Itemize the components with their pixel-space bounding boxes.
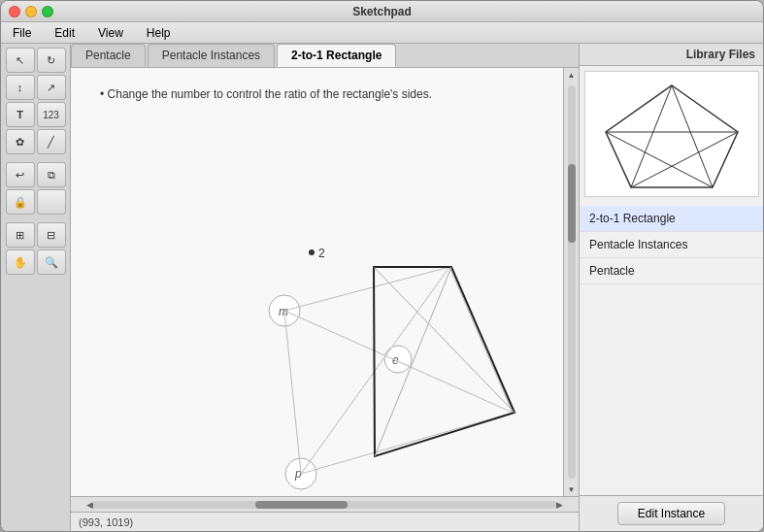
library-item-1[interactable]: Pentacle Instances	[580, 232, 763, 258]
h-scrollbar[interactable]: ◀ ▶	[71, 496, 579, 512]
status-bar: (993, 1019)	[71, 512, 579, 531]
tool-rotate[interactable]: ↻	[37, 48, 66, 73]
svg-line-24	[606, 132, 713, 187]
toolbar: ↖ ↻ ↕ ↗ T 123 ✿ ╱ ↩ ⧉ 🔒	[1, 44, 71, 531]
close-button[interactable]	[9, 6, 20, 17]
svg-line-12	[301, 413, 513, 474]
minimize-button[interactable]	[25, 6, 37, 17]
library-list: 2-to-1 Rectangle Pentacle Instances Pent…	[580, 202, 763, 495]
tool-row-7: ⊞ ⊟	[3, 222, 68, 248]
coordinates: (993, 1019)	[79, 516, 133, 528]
tool-paste[interactable]: ⊟	[37, 222, 66, 248]
tool-blank[interactable]	[37, 189, 66, 215]
sketch-svg: 2 m e p	[71, 68, 563, 496]
tool-copy[interactable]: ⊞	[6, 222, 35, 248]
v-scroll-up[interactable]: ▲	[565, 68, 579, 82]
tab-pentacle[interactable]: Pentacle	[71, 44, 146, 67]
tool-zoom[interactable]: 🔍	[37, 249, 66, 275]
menu-view[interactable]: View	[92, 24, 129, 42]
svg-line-17	[374, 267, 515, 413]
window-title: Sketchpad	[352, 5, 412, 18]
svg-line-20	[672, 85, 713, 187]
svg-line-13	[449, 267, 513, 413]
tool-hand[interactable]: ✋	[6, 249, 35, 275]
v-scrollbar[interactable]: ▲ ▼	[563, 68, 579, 496]
tool-redo[interactable]: ⧉	[37, 162, 66, 187]
tool-row-1: ↖ ↻	[3, 48, 68, 73]
svg-text:2: 2	[318, 247, 325, 260]
tool-arrow[interactable]: ↖	[6, 48, 35, 73]
tool-row-5: ↩ ⧉	[3, 162, 68, 187]
v-scroll-down[interactable]: ▼	[565, 482, 579, 496]
canvas-area: Pentacle Pentacle Instances 2-to-1 Recta…	[71, 44, 579, 531]
svg-line-10	[284, 311, 301, 474]
menubar: File Edit View Help	[1, 22, 763, 44]
tool-text[interactable]: T	[6, 102, 35, 127]
maximize-button[interactable]	[42, 6, 53, 17]
menu-file[interactable]: File	[7, 24, 37, 42]
v-scroll-track[interactable]	[568, 85, 576, 479]
h-scroll-track[interactable]	[93, 501, 556, 509]
edit-instance-button[interactable]: Edit Instance	[617, 502, 725, 525]
tool-lock[interactable]: 🔒	[6, 189, 35, 215]
library-item-0[interactable]: 2-to-1 Rectangle	[580, 206, 763, 232]
sketch-canvas[interactable]: • Change the number to control the ratio…	[71, 68, 563, 496]
svg-line-8	[284, 267, 449, 311]
tab-bar: Pentacle Pentacle Instances 2-to-1 Recta…	[71, 44, 579, 68]
panel-header: Library Files	[580, 44, 763, 66]
svg-line-21	[631, 85, 672, 187]
preview-area	[584, 71, 759, 197]
svg-marker-19	[606, 85, 738, 187]
tool-arrow2[interactable]: ↗	[37, 75, 66, 100]
panel-footer: Edit Instance	[580, 495, 763, 531]
titlebar: Sketchpad	[1, 1, 763, 22]
svg-point-0	[309, 249, 315, 255]
tool-segment[interactable]: ╱	[37, 129, 66, 154]
tab-2to1-rectangle[interactable]: 2-to-1 Rectangle	[277, 44, 396, 67]
tool-row-8: ✋ 🔍	[3, 249, 68, 275]
h-scroll-left[interactable]: ◀	[86, 500, 93, 510]
preview-svg	[594, 76, 749, 192]
tool-undo[interactable]: ↩	[6, 162, 35, 187]
tool-compass[interactable]: ✿	[6, 129, 35, 154]
menu-edit[interactable]: Edit	[49, 24, 81, 42]
canvas-with-vscroll: • Change the number to control the ratio…	[71, 68, 579, 496]
svg-line-22	[631, 132, 738, 187]
traffic-lights	[1, 6, 53, 17]
tool-num[interactable]: 123	[37, 102, 66, 127]
h-scroll-thumb[interactable]	[255, 501, 348, 509]
tool-move[interactable]: ↕	[6, 75, 35, 100]
h-scroll-right[interactable]: ▶	[556, 500, 563, 510]
right-panel: Library Files 2-to-1 Rectangle Pentacle …	[579, 44, 763, 531]
main-window: Sketchpad File Edit View Help ↖ ↻ ↕ ↗ T …	[0, 0, 764, 532]
tool-row-3: T 123	[3, 102, 68, 127]
v-scroll-thumb[interactable]	[568, 164, 576, 243]
main-content: ↖ ↻ ↕ ↗ T 123 ✿ ╱ ↩ ⧉ 🔒	[1, 44, 763, 531]
menu-help[interactable]: Help	[141, 24, 177, 42]
tool-row-2: ↕ ↗	[3, 75, 68, 100]
tool-row-4: ✿ ╱	[3, 129, 68, 154]
tab-pentacle-instances[interactable]: Pentacle Instances	[148, 44, 275, 67]
library-item-2[interactable]: Pentacle	[580, 258, 763, 284]
tool-row-6: 🔒	[3, 189, 68, 215]
